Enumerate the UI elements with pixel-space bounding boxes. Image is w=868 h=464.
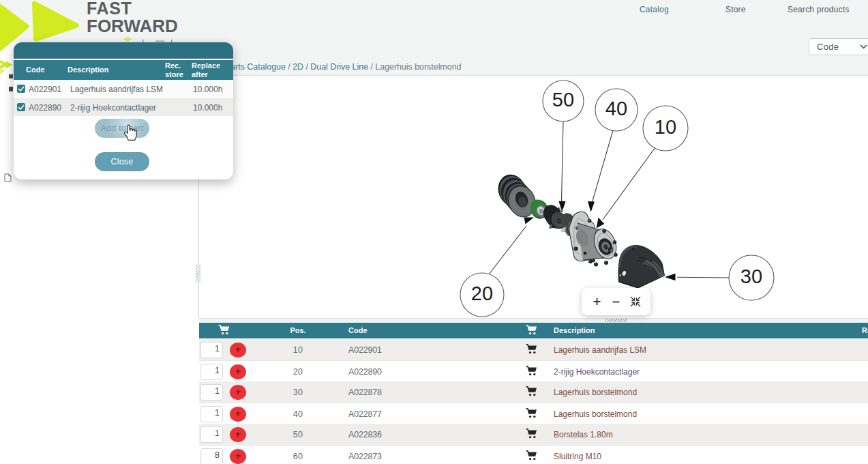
svg-text:50: 50 [552,89,574,111]
svg-text:10: 10 [655,116,676,138]
svg-text:40: 40 [605,98,627,119]
svg-text:30: 30 [740,265,762,287]
svg-text:20: 20 [471,282,493,304]
